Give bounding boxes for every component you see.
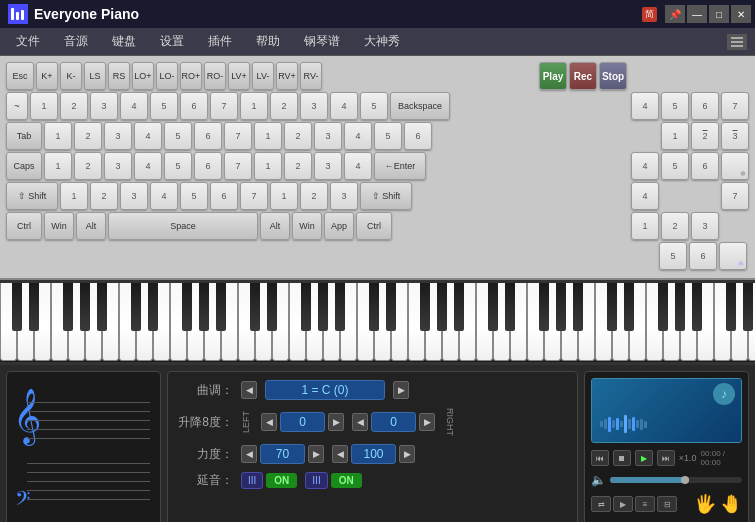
numpad-6[interactable]: 6 xyxy=(691,92,719,120)
black-key-1-1[interactable] xyxy=(148,283,158,331)
key-backspace[interactable]: Backspace xyxy=(390,92,450,120)
key-2b-r2[interactable]: 2 xyxy=(284,122,312,150)
key-lv-plus[interactable]: LV+ xyxy=(228,62,250,90)
key-1-r3[interactable]: 1 xyxy=(44,152,72,180)
player-forward-btn[interactable]: ⏭ xyxy=(657,450,675,466)
lang-badge[interactable]: 简 xyxy=(642,7,657,22)
volume-thumb[interactable] xyxy=(681,476,689,484)
numpad-r5-1[interactable]: 1 xyxy=(631,212,659,240)
sustain-left-icon-btn[interactable]: III xyxy=(241,472,263,489)
key-3-r1[interactable]: 3 xyxy=(90,92,118,120)
key-play[interactable]: Play xyxy=(539,62,567,90)
black-key-5-0[interactable] xyxy=(607,283,617,331)
key-caps[interactable]: Caps xyxy=(6,152,42,180)
black-key-2-0[interactable] xyxy=(250,283,260,331)
key-1b-r1[interactable]: 1 xyxy=(240,92,268,120)
key-3-r3[interactable]: 3 xyxy=(104,152,132,180)
key-2-r3[interactable]: 2 xyxy=(74,152,102,180)
key-space[interactable]: Space xyxy=(108,212,258,240)
piano-keys[interactable] xyxy=(0,283,755,365)
black-key-2-1[interactable] xyxy=(267,283,277,331)
key-ro-plus[interactable]: RO+ xyxy=(180,62,202,90)
key-2b-r4[interactable]: 2 xyxy=(300,182,328,210)
key-5b-r1[interactable]: 5 xyxy=(360,92,388,120)
key-rec[interactable]: Rec xyxy=(569,62,597,90)
key-5-r3[interactable]: 5 xyxy=(164,152,192,180)
key-ctrl-l[interactable]: Ctrl xyxy=(6,212,42,240)
key-1b-r4[interactable]: 1 xyxy=(270,182,298,210)
key-rv-minus[interactable]: RV- xyxy=(300,62,322,90)
numpad-r6-snow[interactable]: ❄ xyxy=(719,242,747,270)
key-2-r1[interactable]: 2 xyxy=(60,92,88,120)
numpad-5[interactable]: 5 xyxy=(661,92,689,120)
minimize-button[interactable]: — xyxy=(687,5,707,23)
key-ls[interactable]: LS xyxy=(84,62,106,90)
black-key-5-4[interactable] xyxy=(692,283,702,331)
black-key-6-1[interactable] xyxy=(743,283,753,331)
black-key-4-2[interactable] xyxy=(539,283,549,331)
octave-left-decrease[interactable]: ◀ xyxy=(261,413,277,431)
black-key-2-3[interactable] xyxy=(318,283,328,331)
numpad-r2-2[interactable]: 2 xyxy=(691,122,719,150)
black-key-5-2[interactable] xyxy=(658,283,668,331)
player-play-btn[interactable]: ▶ xyxy=(635,450,653,466)
numpad-r6-6[interactable]: 6 xyxy=(689,242,717,270)
octave-right-decrease[interactable]: ◀ xyxy=(352,413,368,431)
key-6b-r2[interactable]: 6 xyxy=(404,122,432,150)
key-k-plus[interactable]: K+ xyxy=(36,62,58,90)
key-7-r1[interactable]: 7 xyxy=(210,92,238,120)
key-enter[interactable]: ←Enter xyxy=(374,152,426,180)
key-ro-minus[interactable]: RO- xyxy=(204,62,226,90)
black-key-0-1[interactable] xyxy=(29,283,39,331)
key-decrease-btn[interactable]: ◀ xyxy=(241,381,257,399)
menu-item-sheet[interactable]: 钢琴谱 xyxy=(292,29,352,54)
key-2-r2[interactable]: 2 xyxy=(74,122,102,150)
key-tab[interactable]: Tab xyxy=(6,122,42,150)
velocity-right-increase[interactable]: ▶ xyxy=(399,445,415,463)
black-key-6-0[interactable] xyxy=(726,283,736,331)
key-esc[interactable]: Esc xyxy=(6,62,34,90)
key-5-r1[interactable]: 5 xyxy=(150,92,178,120)
key-4-r3[interactable]: 4 xyxy=(134,152,162,180)
black-key-2-2[interactable] xyxy=(301,283,311,331)
black-key-3-0[interactable] xyxy=(369,283,379,331)
sustain-right-icon-btn[interactable]: III xyxy=(305,472,327,489)
key-6-r1[interactable]: 6 xyxy=(180,92,208,120)
key-rs[interactable]: RS xyxy=(108,62,130,90)
key-alt-l[interactable]: Alt xyxy=(76,212,106,240)
velocity-right-decrease[interactable]: ◀ xyxy=(332,445,348,463)
velocity-left-decrease[interactable]: ◀ xyxy=(241,445,257,463)
numpad-r3-4[interactable]: 4 xyxy=(631,152,659,180)
key-4-r1[interactable]: 4 xyxy=(120,92,148,120)
key-4-r2[interactable]: 4 xyxy=(134,122,162,150)
black-key-4-0[interactable] xyxy=(488,283,498,331)
loop-btn[interactable]: ⇄ xyxy=(591,496,611,512)
menu-item-master[interactable]: 大神秀 xyxy=(352,29,412,54)
numpad-r3-x[interactable]: ❄ xyxy=(721,152,749,180)
key-shift-left[interactable]: ⇧ Shift xyxy=(6,182,58,210)
key-3-r4[interactable]: 3 xyxy=(120,182,148,210)
numpad-r3-6[interactable]: 6 xyxy=(691,152,719,180)
key-ctrl-r[interactable]: Ctrl xyxy=(356,212,392,240)
numpad-r6-5[interactable]: 5 xyxy=(659,242,687,270)
key-6-r4[interactable]: 6 xyxy=(210,182,238,210)
velocity-left-increase[interactable]: ▶ xyxy=(308,445,324,463)
eq-btn[interactable]: ⊟ xyxy=(657,496,677,512)
black-key-4-3[interactable] xyxy=(556,283,566,331)
black-key-3-3[interactable] xyxy=(437,283,447,331)
key-4b-r1[interactable]: 4 xyxy=(330,92,358,120)
key-3-r2[interactable]: 3 xyxy=(104,122,132,150)
menu-item-plugins[interactable]: 插件 xyxy=(196,29,244,54)
menu-item-help[interactable]: 帮助 xyxy=(244,29,292,54)
black-key-1-4[interactable] xyxy=(216,283,226,331)
key-shift-right[interactable]: ⇧ Shift xyxy=(360,182,412,210)
black-key-1-3[interactable] xyxy=(199,283,209,331)
key-4b-r3[interactable]: 4 xyxy=(344,152,372,180)
black-key-1-0[interactable] xyxy=(131,283,141,331)
key-3b-r4[interactable]: 3 xyxy=(330,182,358,210)
sustain-right-on[interactable]: ON xyxy=(331,473,362,488)
key-4-r4[interactable]: 4 xyxy=(150,182,178,210)
key-6-r3[interactable]: 6 xyxy=(194,152,222,180)
key-rv-plus[interactable]: RV+ xyxy=(276,62,298,90)
black-key-5-1[interactable] xyxy=(624,283,634,331)
